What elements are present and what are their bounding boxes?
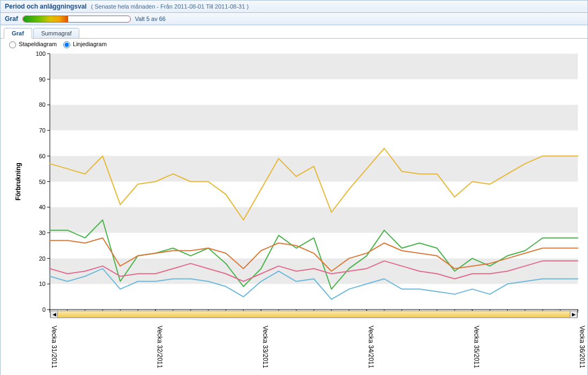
tab-graf-label: Graf: [12, 30, 24, 36]
period-panel-title: Period och anläggningsval: [5, 3, 87, 10]
svg-rect-0: [50, 258, 578, 284]
period-panel-header[interactable]: Period och anläggningsval ( Senaste hela…: [0, 0, 588, 13]
scroll-right-arrow[interactable]: ▶: [570, 311, 577, 318]
svg-text:Vecka 31/2011: Vecka 31/2011: [50, 326, 58, 369]
radio-bar-chart-input[interactable]: [9, 41, 16, 48]
svg-text:Vecka 36/2011: Vecka 36/2011: [578, 326, 585, 369]
svg-text:Vecka 34/2011: Vecka 34/2011: [367, 326, 375, 369]
chart-area: 0102030405060708090100FörbrukningVecka 3…: [3, 50, 585, 374]
svg-text:50: 50: [39, 178, 46, 185]
svg-text:90: 90: [39, 76, 46, 82]
svg-text:Vecka 33/2011: Vecka 33/2011: [262, 326, 269, 369]
svg-text:80: 80: [39, 101, 46, 108]
svg-rect-3: [50, 105, 578, 130]
svg-text:Förbrukning: Förbrukning: [14, 163, 22, 201]
svg-text:40: 40: [39, 204, 46, 210]
svg-rect-4: [50, 54, 578, 79]
period-panel-subtitle: ( Senaste hela månaden - Från 2011-08-01…: [91, 3, 249, 10]
radio-line-chart-input[interactable]: [63, 41, 70, 48]
selection-count-text: Valt 5 av 66: [135, 16, 166, 22]
tab-summagraf-label: Summagraf: [41, 30, 72, 36]
tab-graf[interactable]: Graf: [4, 28, 32, 39]
tabstrip: Graf Summagraf: [1, 25, 587, 39]
radio-line-chart[interactable]: Linjediagram: [60, 41, 107, 48]
radio-bar-chart[interactable]: Stapeldiagram: [6, 41, 57, 48]
selection-progress-bar: [23, 16, 131, 23]
graf-panel-header[interactable]: Graf Valt 5 av 66: [0, 13, 588, 25]
svg-text:20: 20: [39, 255, 46, 261]
scroll-left-arrow[interactable]: ◀: [50, 311, 58, 318]
selection-progress-fill: [23, 16, 68, 22]
svg-text:100: 100: [36, 50, 46, 57]
svg-text:70: 70: [39, 127, 46, 134]
line-chart: 0102030405060708090100FörbrukningVecka 3…: [3, 50, 585, 374]
svg-text:0: 0: [42, 306, 46, 313]
chart-horizontal-scrollbar[interactable]: ◀ ▶: [50, 311, 578, 318]
svg-text:30: 30: [39, 229, 46, 236]
svg-rect-1: [50, 207, 578, 233]
svg-rect-2: [50, 156, 578, 181]
graf-tabs-container: Graf Summagraf Stapeldiagram Linjediagra…: [0, 25, 588, 375]
chart-type-options: Stapeldiagram Linjediagram: [1, 39, 587, 50]
radio-bar-chart-label: Stapeldiagram: [19, 41, 57, 47]
svg-text:60: 60: [39, 152, 46, 159]
svg-text:Vecka 32/2011: Vecka 32/2011: [156, 326, 163, 369]
radio-line-chart-label: Linjediagram: [73, 41, 107, 47]
tab-summagraf[interactable]: Summagraf: [33, 28, 80, 39]
svg-text:10: 10: [39, 281, 46, 287]
graf-panel-title: Graf: [5, 15, 18, 23]
svg-text:Vecka 35/2011: Vecka 35/2011: [473, 326, 480, 369]
